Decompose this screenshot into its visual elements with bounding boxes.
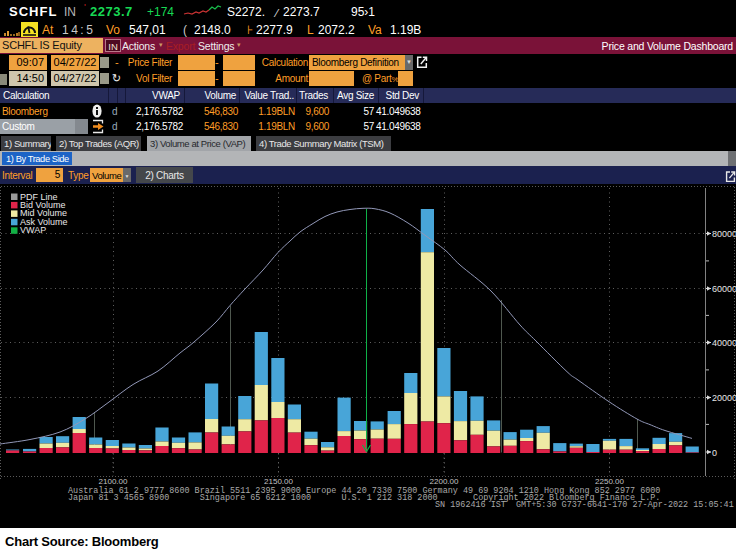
svg-text:20000: 20000	[712, 393, 736, 403]
svg-text:2200.00: 2200.00	[430, 477, 459, 486]
svg-text:2100.00: 2100.00	[99, 477, 128, 486]
svg-text:0: 0	[712, 448, 717, 458]
svg-text:VWAP: VWAP	[20, 225, 46, 235]
svg-text:2250.00: 2250.00	[595, 477, 624, 486]
svg-text:40000: 40000	[712, 338, 736, 348]
svg-text:80000: 80000	[712, 229, 736, 239]
svg-text:2150.00: 2150.00	[264, 477, 293, 486]
svg-text:60000: 60000	[712, 284, 736, 294]
